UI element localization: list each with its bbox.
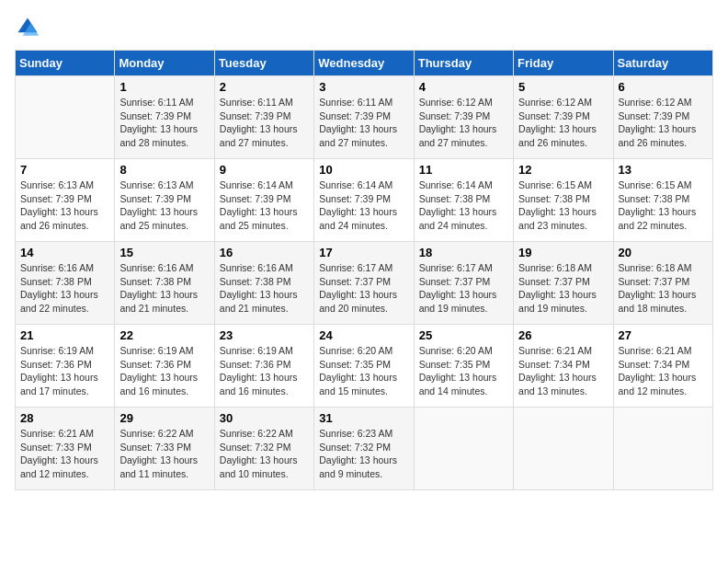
day-info: Sunrise: 6:23 AM Sunset: 7:32 PM Dayligh… [319,427,408,481]
calendar-cell: 29Sunrise: 6:22 AM Sunset: 7:33 PM Dayli… [115,408,214,490]
calendar-cell: 30Sunrise: 6:22 AM Sunset: 7:32 PM Dayli… [214,408,313,490]
week-row-5: 28Sunrise: 6:21 AM Sunset: 7:33 PM Dayli… [16,408,713,490]
header-day-tuesday: Tuesday [214,51,313,76]
calendar-cell: 31Sunrise: 6:23 AM Sunset: 7:32 PM Dayli… [314,408,414,490]
calendar-cell [613,408,712,490]
calendar-cell: 1Sunrise: 6:11 AM Sunset: 7:39 PM Daylig… [115,76,214,159]
calendar-cell: 15Sunrise: 6:16 AM Sunset: 7:38 PM Dayli… [115,242,214,325]
day-number: 13 [619,163,708,177]
day-number: 17 [319,246,408,259]
day-number: 30 [220,411,309,425]
header-day-sunday: Sunday [16,51,115,76]
day-number: 24 [319,328,408,342]
day-number: 3 [319,80,408,94]
calendar-cell: 11Sunrise: 6:14 AM Sunset: 7:38 PM Dayli… [414,159,513,242]
day-number: 1 [119,80,209,94]
day-info: Sunrise: 6:13 AM Sunset: 7:39 PM Dayligh… [20,178,109,233]
day-info: Sunrise: 6:20 AM Sunset: 7:35 PM Dayligh… [319,344,408,398]
day-info: Sunrise: 6:21 AM Sunset: 7:34 PM Dayligh… [518,344,608,398]
day-info: Sunrise: 6:12 AM Sunset: 7:39 PM Dayligh… [419,96,508,150]
calendar-cell: 3Sunrise: 6:11 AM Sunset: 7:39 PM Daylig… [314,76,414,159]
day-info: Sunrise: 6:20 AM Sunset: 7:35 PM Dayligh… [419,344,508,398]
calendar-cell: 22Sunrise: 6:19 AM Sunset: 7:36 PM Dayli… [115,325,214,408]
day-info: Sunrise: 6:16 AM Sunset: 7:38 PM Dayligh… [220,261,309,316]
day-info: Sunrise: 6:18 AM Sunset: 7:37 PM Dayligh… [518,261,608,316]
day-info: Sunrise: 6:18 AM Sunset: 7:37 PM Dayligh… [619,261,708,316]
day-info: Sunrise: 6:19 AM Sunset: 7:36 PM Dayligh… [20,344,109,398]
day-info: Sunrise: 6:19 AM Sunset: 7:36 PM Dayligh… [119,344,209,398]
day-number: 15 [119,246,209,259]
day-info: Sunrise: 6:22 AM Sunset: 7:33 PM Dayligh… [119,427,209,481]
page-header [15,15,713,40]
calendar-cell: 27Sunrise: 6:21 AM Sunset: 7:34 PM Dayli… [613,325,712,408]
day-info: Sunrise: 6:19 AM Sunset: 7:36 PM Dayligh… [220,344,309,398]
day-number: 31 [319,411,408,425]
calendar-cell: 12Sunrise: 6:15 AM Sunset: 7:38 PM Dayli… [514,159,613,242]
calendar-cell: 14Sunrise: 6:16 AM Sunset: 7:38 PM Dayli… [16,242,115,325]
day-info: Sunrise: 6:15 AM Sunset: 7:38 PM Dayligh… [619,178,708,233]
day-number: 4 [419,80,508,94]
day-info: Sunrise: 6:16 AM Sunset: 7:38 PM Dayligh… [119,261,209,316]
calendar-cell: 23Sunrise: 6:19 AM Sunset: 7:36 PM Dayli… [214,325,313,408]
week-row-2: 7Sunrise: 6:13 AM Sunset: 7:39 PM Daylig… [16,159,713,242]
calendar-cell: 25Sunrise: 6:20 AM Sunset: 7:35 PM Dayli… [414,325,513,408]
calendar-cell: 21Sunrise: 6:19 AM Sunset: 7:36 PM Dayli… [16,325,115,408]
day-info: Sunrise: 6:21 AM Sunset: 7:34 PM Dayligh… [619,344,708,398]
calendar-cell: 26Sunrise: 6:21 AM Sunset: 7:34 PM Dayli… [514,325,613,408]
calendar-cell: 6Sunrise: 6:12 AM Sunset: 7:39 PM Daylig… [613,76,712,159]
calendar-cell [16,76,115,159]
day-number: 5 [518,80,608,94]
day-number: 27 [619,328,708,342]
day-number: 18 [419,246,508,259]
week-row-1: 1Sunrise: 6:11 AM Sunset: 7:39 PM Daylig… [16,76,713,159]
day-number: 6 [619,80,708,94]
calendar-cell: 20Sunrise: 6:18 AM Sunset: 7:37 PM Dayli… [613,242,712,325]
header-day-friday: Friday [514,51,613,76]
day-info: Sunrise: 6:12 AM Sunset: 7:39 PM Dayligh… [518,96,608,150]
day-info: Sunrise: 6:17 AM Sunset: 7:37 PM Dayligh… [419,261,508,316]
day-number: 10 [319,163,408,177]
day-number: 20 [619,246,708,259]
week-row-3: 14Sunrise: 6:16 AM Sunset: 7:38 PM Dayli… [16,242,713,325]
header-day-thursday: Thursday [414,51,513,76]
day-info: Sunrise: 6:16 AM Sunset: 7:38 PM Dayligh… [20,261,109,316]
calendar-cell: 24Sunrise: 6:20 AM Sunset: 7:35 PM Dayli… [314,325,414,408]
day-number: 16 [220,246,309,259]
calendar-cell [414,408,513,490]
header-row: SundayMondayTuesdayWednesdayThursdayFrid… [16,51,713,76]
calendar-cell: 2Sunrise: 6:11 AM Sunset: 7:39 PM Daylig… [214,76,313,159]
day-number: 12 [518,163,608,177]
calendar-cell: 4Sunrise: 6:12 AM Sunset: 7:39 PM Daylig… [414,76,513,159]
day-number: 23 [220,328,309,342]
day-number: 19 [518,246,608,259]
header-day-monday: Monday [115,51,214,76]
calendar-cell: 13Sunrise: 6:15 AM Sunset: 7:38 PM Dayli… [613,159,712,242]
calendar-body: 1Sunrise: 6:11 AM Sunset: 7:39 PM Daylig… [16,76,713,490]
calendar-cell: 19Sunrise: 6:18 AM Sunset: 7:37 PM Dayli… [514,242,613,325]
calendar-cell: 8Sunrise: 6:13 AM Sunset: 7:39 PM Daylig… [115,159,214,242]
calendar-table: SundayMondayTuesdayWednesdayThursdayFrid… [15,50,713,490]
day-info: Sunrise: 6:14 AM Sunset: 7:39 PM Dayligh… [319,178,408,233]
calendar-header: SundayMondayTuesdayWednesdayThursdayFrid… [16,51,713,76]
calendar-cell: 18Sunrise: 6:17 AM Sunset: 7:37 PM Dayli… [414,242,513,325]
day-info: Sunrise: 6:12 AM Sunset: 7:39 PM Dayligh… [619,96,708,150]
day-number: 7 [20,163,109,177]
header-day-saturday: Saturday [613,51,712,76]
day-number: 14 [20,246,109,259]
header-day-wednesday: Wednesday [314,51,414,76]
calendar-cell: 9Sunrise: 6:14 AM Sunset: 7:39 PM Daylig… [214,159,313,242]
day-number: 22 [119,328,209,342]
day-info: Sunrise: 6:17 AM Sunset: 7:37 PM Dayligh… [319,261,408,316]
day-number: 25 [419,328,508,342]
day-info: Sunrise: 6:11 AM Sunset: 7:39 PM Dayligh… [319,96,408,150]
day-info: Sunrise: 6:13 AM Sunset: 7:39 PM Dayligh… [119,178,209,233]
calendar-cell: 7Sunrise: 6:13 AM Sunset: 7:39 PM Daylig… [16,159,115,242]
day-info: Sunrise: 6:14 AM Sunset: 7:39 PM Dayligh… [220,178,309,233]
calendar-cell: 17Sunrise: 6:17 AM Sunset: 7:37 PM Dayli… [314,242,414,325]
day-info: Sunrise: 6:11 AM Sunset: 7:39 PM Dayligh… [220,96,309,150]
calendar-cell: 5Sunrise: 6:12 AM Sunset: 7:39 PM Daylig… [514,76,613,159]
day-info: Sunrise: 6:14 AM Sunset: 7:38 PM Dayligh… [419,178,508,233]
day-info: Sunrise: 6:11 AM Sunset: 7:39 PM Dayligh… [119,96,209,150]
day-info: Sunrise: 6:21 AM Sunset: 7:33 PM Dayligh… [20,427,109,481]
day-number: 21 [20,328,109,342]
